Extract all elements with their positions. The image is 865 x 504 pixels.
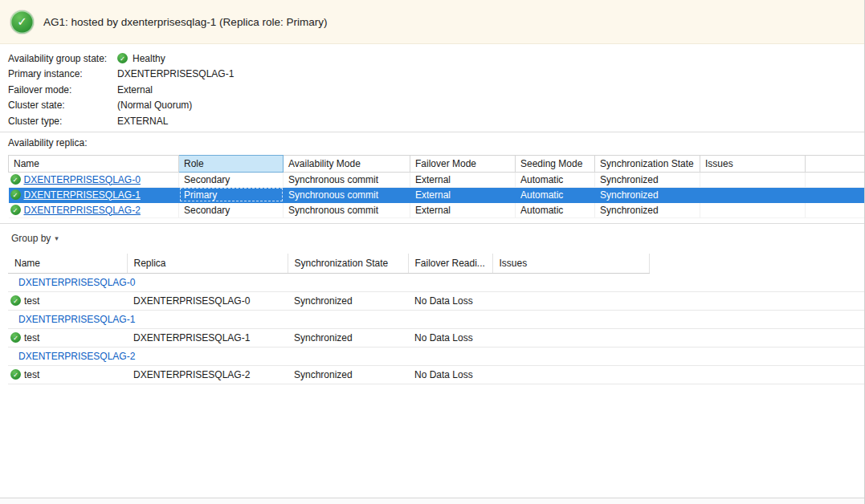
column-header-name[interactable]: Name xyxy=(8,254,127,274)
cell-seeding-mode: Automatic xyxy=(516,202,595,217)
cell-failover-readiness: No Data Loss xyxy=(408,365,492,384)
summary-label: Failover mode: xyxy=(8,84,117,96)
cell-sync-state: Synchronized xyxy=(288,365,408,384)
summary-value: External xyxy=(117,84,153,96)
table-row[interactable]: ✓ DXENTERPRISESQLAG-2 Secondary Synchron… xyxy=(9,202,865,217)
database-grid: Name Replica Synchronization State Failo… xyxy=(8,254,865,384)
database-grid-header-row: Name Replica Synchronization State Failo… xyxy=(8,254,865,274)
healthy-icon: ✓ xyxy=(10,205,21,215)
summary-label: Cluster type: xyxy=(8,116,117,127)
table-row[interactable]: ✓ test DXENTERPRISESQLAG-0 Synchronized … xyxy=(8,291,865,310)
column-header-role[interactable]: Role xyxy=(179,155,284,172)
healthy-icon: ✓ xyxy=(10,369,21,380)
healthy-icon: ✓ xyxy=(10,189,21,200)
table-row[interactable]: ✓ test DXENTERPRISESQLAG-2 Synchronized … xyxy=(8,365,865,384)
column-header-name[interactable]: Name xyxy=(9,155,179,172)
cell-role: Secondary xyxy=(179,172,284,187)
table-row[interactable]: ✓ DXENTERPRISESQLAG-0 Secondary Synchron… xyxy=(9,172,865,187)
healthy-icon: ✓ xyxy=(117,53,128,63)
column-header-seeding-mode[interactable]: Seeding Mode xyxy=(516,155,595,172)
cell-issues xyxy=(700,202,806,217)
table-row-selected[interactable]: ✓ DXENTERPRISESQLAG-1 Primary Synchronou… xyxy=(9,187,865,202)
summary-value: DXENTERPRISESQLAG-1 xyxy=(117,68,234,79)
cell-filler xyxy=(806,187,865,202)
summary-value: Healthy xyxy=(133,53,165,64)
group-by-label: Group by xyxy=(11,233,51,244)
database-name: test xyxy=(24,332,39,343)
cell-issues xyxy=(700,172,806,187)
pane-bottom-edge xyxy=(0,498,864,504)
cell-issues xyxy=(492,291,649,310)
summary-label: Availability group state: xyxy=(8,53,117,64)
replica-link[interactable]: DXENTERPRISESQLAG-0 xyxy=(24,174,141,185)
cell-availability-mode: Synchronous commit xyxy=(284,202,410,217)
group-header[interactable]: DXENTERPRISESQLAG-1 xyxy=(8,310,865,328)
healthy-icon: ✓ xyxy=(10,332,21,343)
cell-failover-mode: External xyxy=(410,202,516,217)
groupby-bar: Group by ▾ xyxy=(0,224,864,246)
column-header-issues[interactable]: Issues xyxy=(492,254,649,274)
cell-replica: DXENTERPRISESQLAG-1 xyxy=(127,328,288,347)
summary-row-cluster-state: Cluster state: (Normal Quorum) xyxy=(8,98,864,114)
chevron-down-icon: ▾ xyxy=(55,234,59,242)
cell-filler xyxy=(649,291,865,310)
healthy-icon: ✓ xyxy=(10,295,21,306)
cell-filler xyxy=(806,202,865,217)
cell-issues xyxy=(700,187,806,202)
healthy-status-icon: ✓ xyxy=(10,10,34,34)
group-header-row[interactable]: DXENTERPRISESQLAG-0 xyxy=(8,273,865,291)
group-header[interactable]: DXENTERPRISESQLAG-0 xyxy=(8,273,865,291)
database-name: test xyxy=(24,295,39,307)
column-header-failover-readiness[interactable]: Failover Readi... xyxy=(408,254,492,274)
summary-row-failover-mode: Failover mode: External xyxy=(8,82,864,98)
replica-link[interactable]: DXENTERPRISESQLAG-1 xyxy=(24,189,141,201)
replica-grid-header-row: Name Role Availability Mode Failover Mod… xyxy=(9,155,865,172)
summary-row-cluster-type: Cluster type: EXTERNAL xyxy=(8,113,864,129)
replica-link[interactable]: DXENTERPRISESQLAG-2 xyxy=(24,205,141,216)
cell-seeding-mode: Automatic xyxy=(516,172,595,187)
cell-seeding-mode: Automatic xyxy=(516,187,595,202)
cell-availability-mode: Synchronous commit xyxy=(284,172,410,187)
cell-failover-mode: External xyxy=(410,172,516,187)
availability-group-dashboard: ✓ AG1: hosted by dxenterprisesqlag-1 (Re… xyxy=(0,0,865,504)
group-by-dropdown[interactable]: Group by ▾ xyxy=(8,231,62,246)
cell-availability-mode: Synchronous commit xyxy=(284,187,410,202)
cell-replica: DXENTERPRISESQLAG-2 xyxy=(127,365,288,384)
cell-sync-state: Synchronized xyxy=(595,172,700,187)
healthy-icon: ✓ xyxy=(10,174,21,185)
column-header-replica[interactable]: Replica xyxy=(127,254,288,274)
summary-value: (Normal Quorum) xyxy=(117,100,192,111)
column-header-filler xyxy=(806,155,865,172)
summary-row-primary-instance: Primary instance: DXENTERPRISESQLAG-1 xyxy=(8,67,864,83)
column-header-filler xyxy=(649,254,865,274)
cell-filler xyxy=(649,328,865,347)
page-title: AG1: hosted by dxenterprisesqlag-1 (Repl… xyxy=(43,16,327,28)
database-name: test xyxy=(24,369,39,380)
cell-failover-readiness: No Data Loss xyxy=(408,291,492,310)
cell-issues xyxy=(492,328,649,347)
cell-role: Secondary xyxy=(179,202,284,217)
table-row[interactable]: ✓ test DXENTERPRISESQLAG-1 Synchronized … xyxy=(8,328,865,347)
cell-filler xyxy=(649,365,865,384)
cell-role: Primary xyxy=(179,187,284,202)
availability-replica-grid: Name Role Availability Mode Failover Mod… xyxy=(8,155,865,218)
cell-failover-readiness: No Data Loss xyxy=(408,328,492,347)
summary-label: Primary instance: xyxy=(8,68,117,79)
column-header-synchronization-state[interactable]: Synchronization State xyxy=(595,155,700,172)
group-header[interactable]: DXENTERPRISESQLAG-2 xyxy=(8,347,865,365)
column-header-availability-mode[interactable]: Availability Mode xyxy=(284,155,410,172)
column-header-synchronization-state[interactable]: Synchronization State xyxy=(288,254,408,274)
cell-replica: DXENTERPRISESQLAG-0 xyxy=(127,291,288,310)
cell-sync-state: Synchronized xyxy=(595,202,700,217)
group-header-row[interactable]: DXENTERPRISESQLAG-2 xyxy=(8,347,865,365)
summary-row-group-state: Availability group state: ✓ Healthy xyxy=(8,51,864,67)
replica-section-label: Availability replica: xyxy=(0,132,864,155)
summary-label: Cluster state: xyxy=(8,100,117,111)
column-header-issues[interactable]: Issues xyxy=(700,155,806,172)
summary-value: EXTERNAL xyxy=(117,116,168,127)
cell-sync-state: Synchronized xyxy=(288,291,408,310)
group-header-row[interactable]: DXENTERPRISESQLAG-1 xyxy=(8,310,865,328)
column-header-failover-mode[interactable]: Failover Mode xyxy=(410,155,516,172)
cell-sync-state: Synchronized xyxy=(595,187,700,202)
cell-sync-state: Synchronized xyxy=(288,328,408,347)
